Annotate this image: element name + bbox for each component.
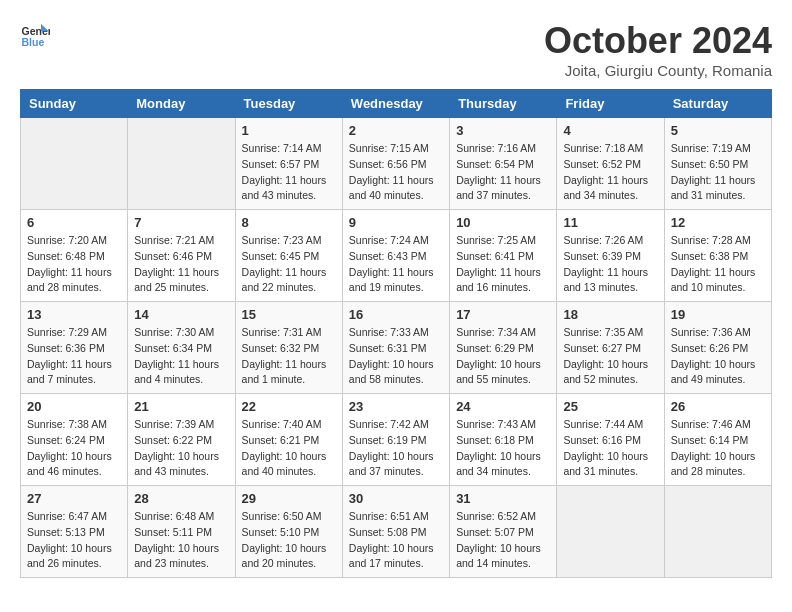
calendar-cell: 21Sunrise: 7:39 AM Sunset: 6:22 PM Dayli… [128, 394, 235, 486]
day-info: Sunrise: 7:46 AM Sunset: 6:14 PM Dayligh… [671, 417, 765, 480]
calendar-cell: 8Sunrise: 7:23 AM Sunset: 6:45 PM Daylig… [235, 210, 342, 302]
day-number: 14 [134, 307, 228, 322]
day-number: 12 [671, 215, 765, 230]
calendar-cell: 15Sunrise: 7:31 AM Sunset: 6:32 PM Dayli… [235, 302, 342, 394]
day-info: Sunrise: 7:43 AM Sunset: 6:18 PM Dayligh… [456, 417, 550, 480]
svg-text:Blue: Blue [22, 36, 45, 48]
calendar-cell: 7Sunrise: 7:21 AM Sunset: 6:46 PM Daylig… [128, 210, 235, 302]
day-info: Sunrise: 6:51 AM Sunset: 5:08 PM Dayligh… [349, 509, 443, 572]
logo: General Blue [20, 20, 50, 50]
calendar-cell: 9Sunrise: 7:24 AM Sunset: 6:43 PM Daylig… [342, 210, 449, 302]
calendar-cell: 29Sunrise: 6:50 AM Sunset: 5:10 PM Dayli… [235, 486, 342, 578]
calendar-cell: 1Sunrise: 7:14 AM Sunset: 6:57 PM Daylig… [235, 118, 342, 210]
day-info: Sunrise: 7:14 AM Sunset: 6:57 PM Dayligh… [242, 141, 336, 204]
day-info: Sunrise: 7:26 AM Sunset: 6:39 PM Dayligh… [563, 233, 657, 296]
calendar-cell: 20Sunrise: 7:38 AM Sunset: 6:24 PM Dayli… [21, 394, 128, 486]
day-info: Sunrise: 7:20 AM Sunset: 6:48 PM Dayligh… [27, 233, 121, 296]
calendar-cell: 25Sunrise: 7:44 AM Sunset: 6:16 PM Dayli… [557, 394, 664, 486]
calendar-cell: 27Sunrise: 6:47 AM Sunset: 5:13 PM Dayli… [21, 486, 128, 578]
day-info: Sunrise: 7:33 AM Sunset: 6:31 PM Dayligh… [349, 325, 443, 388]
day-number: 6 [27, 215, 121, 230]
day-info: Sunrise: 7:36 AM Sunset: 6:26 PM Dayligh… [671, 325, 765, 388]
day-number: 29 [242, 491, 336, 506]
day-info: Sunrise: 7:23 AM Sunset: 6:45 PM Dayligh… [242, 233, 336, 296]
day-number: 21 [134, 399, 228, 414]
calendar-cell: 17Sunrise: 7:34 AM Sunset: 6:29 PM Dayli… [450, 302, 557, 394]
day-info: Sunrise: 7:16 AM Sunset: 6:54 PM Dayligh… [456, 141, 550, 204]
day-number: 25 [563, 399, 657, 414]
day-info: Sunrise: 7:19 AM Sunset: 6:50 PM Dayligh… [671, 141, 765, 204]
day-info: Sunrise: 7:39 AM Sunset: 6:22 PM Dayligh… [134, 417, 228, 480]
page-header: General Blue October 2024 Joita, Giurgiu… [20, 20, 772, 79]
calendar-cell: 13Sunrise: 7:29 AM Sunset: 6:36 PM Dayli… [21, 302, 128, 394]
calendar-cell: 28Sunrise: 6:48 AM Sunset: 5:11 PM Dayli… [128, 486, 235, 578]
day-number: 11 [563, 215, 657, 230]
calendar-cell [128, 118, 235, 210]
week-row-1: 1Sunrise: 7:14 AM Sunset: 6:57 PM Daylig… [21, 118, 772, 210]
day-number: 15 [242, 307, 336, 322]
day-info: Sunrise: 7:40 AM Sunset: 6:21 PM Dayligh… [242, 417, 336, 480]
calendar-cell [557, 486, 664, 578]
weekday-header-monday: Monday [128, 90, 235, 118]
day-info: Sunrise: 7:28 AM Sunset: 6:38 PM Dayligh… [671, 233, 765, 296]
calendar-cell: 30Sunrise: 6:51 AM Sunset: 5:08 PM Dayli… [342, 486, 449, 578]
day-info: Sunrise: 7:42 AM Sunset: 6:19 PM Dayligh… [349, 417, 443, 480]
calendar-cell: 5Sunrise: 7:19 AM Sunset: 6:50 PM Daylig… [664, 118, 771, 210]
calendar-cell: 31Sunrise: 6:52 AM Sunset: 5:07 PM Dayli… [450, 486, 557, 578]
day-number: 10 [456, 215, 550, 230]
day-info: Sunrise: 6:47 AM Sunset: 5:13 PM Dayligh… [27, 509, 121, 572]
calendar-cell: 23Sunrise: 7:42 AM Sunset: 6:19 PM Dayli… [342, 394, 449, 486]
week-row-4: 20Sunrise: 7:38 AM Sunset: 6:24 PM Dayli… [21, 394, 772, 486]
day-number: 27 [27, 491, 121, 506]
day-number: 4 [563, 123, 657, 138]
day-number: 26 [671, 399, 765, 414]
day-number: 2 [349, 123, 443, 138]
calendar-cell [664, 486, 771, 578]
day-info: Sunrise: 7:18 AM Sunset: 6:52 PM Dayligh… [563, 141, 657, 204]
day-number: 9 [349, 215, 443, 230]
calendar-cell: 3Sunrise: 7:16 AM Sunset: 6:54 PM Daylig… [450, 118, 557, 210]
day-number: 24 [456, 399, 550, 414]
calendar-cell: 4Sunrise: 7:18 AM Sunset: 6:52 PM Daylig… [557, 118, 664, 210]
week-row-2: 6Sunrise: 7:20 AM Sunset: 6:48 PM Daylig… [21, 210, 772, 302]
calendar-cell: 26Sunrise: 7:46 AM Sunset: 6:14 PM Dayli… [664, 394, 771, 486]
day-info: Sunrise: 6:48 AM Sunset: 5:11 PM Dayligh… [134, 509, 228, 572]
day-info: Sunrise: 7:24 AM Sunset: 6:43 PM Dayligh… [349, 233, 443, 296]
day-number: 23 [349, 399, 443, 414]
day-info: Sunrise: 7:34 AM Sunset: 6:29 PM Dayligh… [456, 325, 550, 388]
calendar-table: SundayMondayTuesdayWednesdayThursdayFrid… [20, 89, 772, 578]
calendar-cell: 6Sunrise: 7:20 AM Sunset: 6:48 PM Daylig… [21, 210, 128, 302]
day-info: Sunrise: 7:29 AM Sunset: 6:36 PM Dayligh… [27, 325, 121, 388]
calendar-cell: 18Sunrise: 7:35 AM Sunset: 6:27 PM Dayli… [557, 302, 664, 394]
calendar-cell: 12Sunrise: 7:28 AM Sunset: 6:38 PM Dayli… [664, 210, 771, 302]
day-info: Sunrise: 7:38 AM Sunset: 6:24 PM Dayligh… [27, 417, 121, 480]
calendar-cell: 10Sunrise: 7:25 AM Sunset: 6:41 PM Dayli… [450, 210, 557, 302]
weekday-header-thursday: Thursday [450, 90, 557, 118]
day-info: Sunrise: 7:44 AM Sunset: 6:16 PM Dayligh… [563, 417, 657, 480]
calendar-cell [21, 118, 128, 210]
calendar-cell: 22Sunrise: 7:40 AM Sunset: 6:21 PM Dayli… [235, 394, 342, 486]
day-number: 31 [456, 491, 550, 506]
calendar-cell: 2Sunrise: 7:15 AM Sunset: 6:56 PM Daylig… [342, 118, 449, 210]
day-info: Sunrise: 6:50 AM Sunset: 5:10 PM Dayligh… [242, 509, 336, 572]
calendar-cell: 14Sunrise: 7:30 AM Sunset: 6:34 PM Dayli… [128, 302, 235, 394]
logo-icon: General Blue [20, 20, 50, 50]
day-info: Sunrise: 6:52 AM Sunset: 5:07 PM Dayligh… [456, 509, 550, 572]
day-number: 22 [242, 399, 336, 414]
weekday-header-tuesday: Tuesday [235, 90, 342, 118]
day-number: 18 [563, 307, 657, 322]
week-row-5: 27Sunrise: 6:47 AM Sunset: 5:13 PM Dayli… [21, 486, 772, 578]
calendar-cell: 16Sunrise: 7:33 AM Sunset: 6:31 PM Dayli… [342, 302, 449, 394]
calendar-cell: 19Sunrise: 7:36 AM Sunset: 6:26 PM Dayli… [664, 302, 771, 394]
weekday-header-wednesday: Wednesday [342, 90, 449, 118]
day-info: Sunrise: 7:35 AM Sunset: 6:27 PM Dayligh… [563, 325, 657, 388]
calendar-cell: 11Sunrise: 7:26 AM Sunset: 6:39 PM Dayli… [557, 210, 664, 302]
day-info: Sunrise: 7:25 AM Sunset: 6:41 PM Dayligh… [456, 233, 550, 296]
week-row-3: 13Sunrise: 7:29 AM Sunset: 6:36 PM Dayli… [21, 302, 772, 394]
location-subtitle: Joita, Giurgiu County, Romania [544, 62, 772, 79]
day-number: 19 [671, 307, 765, 322]
day-info: Sunrise: 7:15 AM Sunset: 6:56 PM Dayligh… [349, 141, 443, 204]
day-info: Sunrise: 7:30 AM Sunset: 6:34 PM Dayligh… [134, 325, 228, 388]
weekday-header-friday: Friday [557, 90, 664, 118]
month-title: October 2024 [544, 20, 772, 62]
